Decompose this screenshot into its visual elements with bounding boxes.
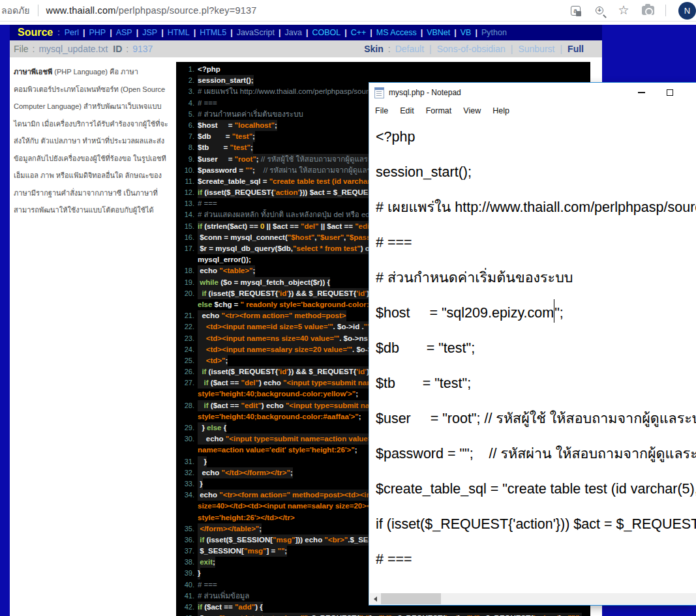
separator: | bbox=[136, 28, 139, 37]
notepad-line: $host = "sql209.epizy.com"; bbox=[376, 295, 696, 330]
line-number: 14. bbox=[179, 209, 194, 220]
language-link-asp[interactable]: ASP bbox=[116, 28, 132, 37]
separator: | bbox=[110, 28, 112, 37]
line-number: 42. bbox=[179, 602, 194, 613]
menu-format[interactable]: Format bbox=[420, 106, 458, 115]
profile-avatar[interactable]: N bbox=[678, 2, 696, 20]
sidebar-intro-bold: ภาษาพีเอชพี bbox=[14, 68, 52, 76]
separator: | bbox=[454, 28, 457, 37]
line-number: 32. bbox=[179, 467, 194, 478]
notepad-titlebar[interactable]: mysql.php - Notepad bbox=[369, 83, 696, 102]
line-number: 30. bbox=[179, 433, 194, 445]
skin-label: Skin bbox=[364, 44, 384, 54]
skin-link-full[interactable]: Full bbox=[567, 44, 584, 54]
colon: : bbox=[33, 44, 35, 54]
language-link-vb[interactable]: VB bbox=[461, 28, 472, 37]
language-link-html[interactable]: HTML bbox=[168, 28, 190, 37]
line-number: 39. bbox=[179, 568, 194, 579]
security-chip-label[interactable]: ลอดภัย bbox=[1, 3, 30, 18]
skin-link-sons-of-obsidian[interactable]: Sons-of-obsidian bbox=[437, 44, 506, 54]
line-number: 4. bbox=[179, 98, 194, 109]
line-number: 7. bbox=[179, 131, 194, 142]
language-link-javascript[interactable]: JavaScript bbox=[237, 28, 275, 37]
notepad-title: mysql.php - Notepad bbox=[389, 88, 461, 97]
notepad-line: $db = "test"; bbox=[376, 330, 696, 366]
line-number: 31. bbox=[179, 456, 194, 467]
language-link-cobol[interactable]: COBOL bbox=[312, 28, 340, 37]
maximize-button[interactable] bbox=[656, 83, 684, 102]
language-link-c-[interactable]: C++ bbox=[351, 28, 367, 37]
separator: | bbox=[344, 28, 347, 37]
line-number: 1. bbox=[179, 64, 194, 75]
menu-edit[interactable]: Edit bbox=[394, 106, 420, 115]
language-link-ms-access[interactable]: MS Access bbox=[376, 28, 417, 37]
translate-icon[interactable]: a bbox=[569, 4, 582, 17]
line-number: 29. bbox=[179, 422, 194, 433]
id-label: ID bbox=[113, 44, 122, 54]
line-number: 10. bbox=[179, 165, 194, 176]
line-number: 11. bbox=[179, 176, 194, 187]
notepad-text[interactable]: <?phpsession_start();# เผยแพร่ใน http://… bbox=[370, 119, 696, 593]
menu-help[interactable]: Help bbox=[487, 106, 515, 115]
line-number: 15. bbox=[179, 221, 194, 232]
language-link-perl[interactable]: Perl bbox=[65, 28, 79, 37]
notepad-hscrollbar[interactable] bbox=[370, 593, 696, 604]
browser-toolbar: ลอดภัย www.thaiall.com/perlphpasp/source… bbox=[0, 0, 696, 25]
line-number: 26. bbox=[179, 366, 194, 377]
file-label: File bbox=[14, 44, 29, 54]
line-number: 21. bbox=[179, 310, 194, 321]
menu-file[interactable]: File bbox=[369, 106, 394, 115]
notepad-line: $user = "root"; // รหัสผู้ใช้ ให้สอบถามจ… bbox=[376, 401, 696, 436]
language-link-html5[interactable]: HTML5 bbox=[200, 28, 226, 37]
separator: | bbox=[560, 44, 562, 54]
separator: | bbox=[194, 28, 196, 37]
address-bar[interactable]: www.thaiall.com/perlphpasp/source.pl?key… bbox=[46, 5, 257, 16]
page-title: Source bbox=[18, 27, 53, 38]
language-link-jsp[interactable]: JSP bbox=[142, 28, 157, 37]
omnibox-divider bbox=[38, 5, 38, 16]
language-link-php[interactable]: PHP bbox=[89, 28, 106, 37]
line-number: 6. bbox=[179, 120, 194, 131]
toolbar-rule bbox=[0, 21, 696, 22]
line-number: 3. bbox=[179, 86, 194, 97]
code-line: 43. $q = "insert into test values('". $_… bbox=[179, 613, 590, 616]
zoom-icon[interactable]: + bbox=[593, 4, 606, 17]
minimize-button[interactable] bbox=[627, 83, 656, 102]
line-number: 12. bbox=[179, 187, 194, 198]
language-link-java[interactable]: Java bbox=[285, 28, 302, 37]
language-links: Perl|PHP|ASP|JSP|HTML|HTML5|JavaScript|J… bbox=[65, 28, 507, 37]
notepad-menubar: FileEditFormatViewHelp bbox=[369, 102, 696, 119]
url-path: /perlphpasp/source.pl?key=9137 bbox=[115, 5, 256, 16]
line-number: 35. bbox=[179, 523, 194, 535]
notepad-line: session_start(); bbox=[376, 154, 696, 190]
maximize-icon bbox=[667, 89, 673, 96]
line-number: 22. bbox=[179, 321, 194, 332]
line-number: 16. bbox=[179, 232, 194, 243]
menu-view[interactable]: View bbox=[457, 106, 487, 115]
skin-link-sunburst[interactable]: Sunburst bbox=[518, 44, 554, 54]
notepad-line: $tb = "test"; bbox=[376, 366, 696, 401]
notepad-line: <?php bbox=[376, 119, 696, 154]
scroll-left-arrow-icon[interactable] bbox=[370, 593, 381, 604]
separator: | bbox=[511, 44, 513, 54]
skin-link-default[interactable]: Default bbox=[395, 44, 424, 54]
notepad-line: if (isset($_REQUEST{'action'})) $act = $… bbox=[376, 506, 696, 542]
notepad-line: $password = ""; // รหัสผ่าน ให้สอบถามจาก… bbox=[376, 436, 696, 471]
separator: | bbox=[279, 28, 281, 37]
line-number: 25. bbox=[179, 355, 194, 366]
source-header-bar: Source : Perl|PHP|ASP|JSP|HTML|HTML5|Jav… bbox=[10, 25, 602, 40]
line-number: 20. bbox=[179, 288, 194, 299]
url-host: www.thaiall.com bbox=[46, 5, 116, 16]
line-number: 38. bbox=[179, 557, 194, 568]
scrollbar-thumb[interactable] bbox=[381, 593, 441, 604]
sidebar-description: ภาษาพีเอชพี (PHP Language) คือ ภาษาคอมพิ… bbox=[10, 60, 176, 219]
camera-icon[interactable] bbox=[641, 4, 654, 17]
line-number: 37. bbox=[179, 546, 194, 557]
language-link-python[interactable]: Python bbox=[481, 28, 507, 37]
language-link-vbnet[interactable]: VBNet bbox=[427, 28, 450, 37]
line-number: 27. bbox=[179, 377, 194, 389]
id-value: 9137 bbox=[132, 44, 153, 54]
minimize-icon bbox=[638, 92, 645, 93]
notepad-line: # === bbox=[376, 225, 696, 260]
bookmark-star-icon[interactable]: ☆ bbox=[617, 4, 630, 17]
